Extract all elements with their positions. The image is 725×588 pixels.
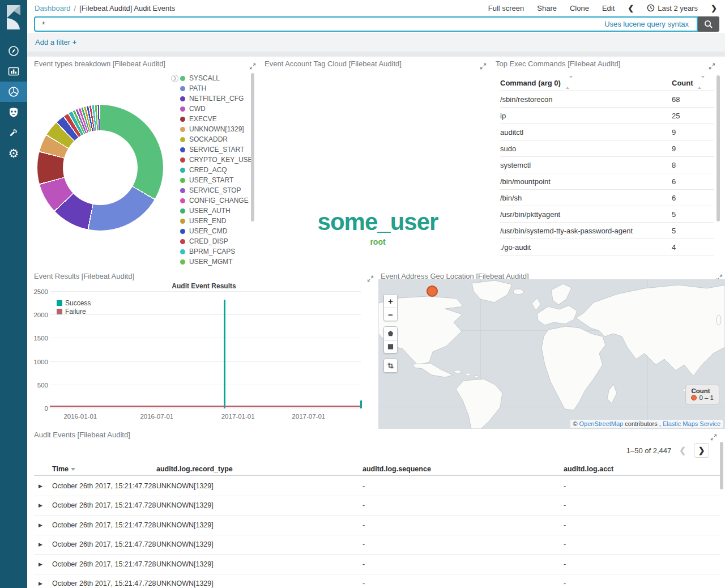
legend-item[interactable]: BPRM_FCAPS xyxy=(180,246,251,257)
legend-item[interactable]: CONFIG_CHANGE xyxy=(180,195,251,206)
table-row[interactable]: ▶October 26th 2017, 15:21:47.728UNKNOWN[… xyxy=(34,555,720,574)
legend-item[interactable]: CRYPTO_SESSION xyxy=(180,267,251,269)
draw-polygon-button[interactable] xyxy=(384,327,397,340)
panel-expand-icon[interactable] xyxy=(249,62,256,72)
commands-scrollbar[interactable] xyxy=(717,75,720,221)
time-forward-button[interactable]: ❯ xyxy=(711,4,717,12)
sidebar-item-discover[interactable] xyxy=(0,41,27,61)
legend-item[interactable]: CRYPTO_KEY_USER xyxy=(180,155,251,165)
zoom-out-button[interactable]: − xyxy=(384,308,397,321)
table-row[interactable]: ▶October 26th 2017, 15:21:47.728UNKNOWN[… xyxy=(34,574,720,588)
table-row[interactable]: /usr/bin/systemd-tty-ask-password-agent5 xyxy=(500,223,714,239)
column-header-acct[interactable]: auditd.log.acct xyxy=(564,465,613,473)
legend-item[interactable]: USER_AUTH xyxy=(180,206,251,216)
table-row[interactable]: ▶October 26th 2017, 15:21:47.728UNKNOWN[… xyxy=(34,515,720,535)
table-row[interactable]: ./go-audit4 xyxy=(500,239,714,255)
legend-item[interactable]: CRED_DISP xyxy=(180,236,251,246)
column-header-record-type[interactable]: auditd.log.record_type xyxy=(156,465,233,473)
legend-item[interactable]: PATH xyxy=(180,83,251,93)
tag-cloud-term[interactable]: root xyxy=(370,237,385,246)
legend-item[interactable]: CRED_ACQ xyxy=(180,165,251,175)
legend-item[interactable]: UNKNOWN[1329] xyxy=(180,124,251,134)
add-filter-button[interactable]: Add a filter + xyxy=(35,38,76,46)
search-button[interactable] xyxy=(698,16,719,32)
legend-item[interactable]: USER_CMD xyxy=(180,226,251,236)
table-row[interactable]: /usr/bin/pkttyagent5 xyxy=(500,206,714,223)
panel-expand-icon[interactable] xyxy=(709,62,715,72)
zoom-in-button[interactable]: + xyxy=(384,295,397,308)
sidebar-item-dev-tools[interactable] xyxy=(0,122,27,143)
legend-item[interactable]: EXECVE xyxy=(180,114,251,124)
expand-row-caret[interactable]: ▶ xyxy=(39,483,42,489)
legend-item[interactable]: SOCKADDR xyxy=(180,134,251,144)
legend-label: SERVICE_START xyxy=(189,146,244,154)
geo-map[interactable]: + − Count 0 – 1 © OpenStre xyxy=(378,279,725,429)
expand-row-caret[interactable]: ▶ xyxy=(39,542,42,547)
legend-dot xyxy=(180,106,185,112)
draw-rectangle-button[interactable] xyxy=(384,340,397,353)
panel-title: Event types breakdown [Filebeat Auditd] xyxy=(34,59,258,68)
panel-title: Top Exec Commands [Filebeat Auditd] xyxy=(496,59,720,68)
expand-row-caret[interactable]: ▶ xyxy=(39,561,42,567)
legend-scrollbar[interactable] xyxy=(251,73,254,221)
sidebar-item-management[interactable]: ⚙ xyxy=(0,143,27,163)
kibana-logo[interactable] xyxy=(0,0,27,33)
full-screen-button[interactable]: Full screen xyxy=(488,4,524,12)
prev-page-button[interactable]: ❮ xyxy=(679,446,686,455)
share-button[interactable]: Share xyxy=(537,4,557,12)
panel-expand-icon[interactable] xyxy=(480,62,487,72)
clone-button[interactable]: Clone xyxy=(570,4,589,12)
table-row[interactable]: ▶October 26th 2017, 15:21:47.728UNKNOWN[… xyxy=(34,496,720,516)
table-row[interactable]: systemctl8 xyxy=(500,157,714,173)
elastic-maps-link[interactable]: Elastic Maps Service xyxy=(663,420,720,427)
table-row[interactable]: /sbin/restorecon68 xyxy=(500,91,714,108)
expand-row-caret[interactable]: ▶ xyxy=(39,522,42,528)
column-header-sequence[interactable]: auditd.log.sequence xyxy=(362,465,431,473)
next-page-button[interactable]: ❯ xyxy=(694,443,709,458)
table-row[interactable]: /bin/mountpoint6 xyxy=(500,173,714,190)
legend-item[interactable]: SERVICE_STOP xyxy=(180,185,251,195)
legend-collapse-icon[interactable]: ❯ xyxy=(171,75,178,82)
panel-expand-icon[interactable] xyxy=(710,433,717,443)
table-row[interactable]: ▶October 26th 2017, 15:21:47.728UNKNOWN[… xyxy=(34,476,720,496)
data-spike[interactable] xyxy=(224,300,225,408)
lucene-syntax-link[interactable]: Uses lucene query syntax xyxy=(604,20,691,28)
expand-row-caret[interactable]: ▶ xyxy=(39,581,42,586)
legend-item[interactable]: USER_START xyxy=(180,175,251,185)
breadcrumb-dashboard[interactable]: Dashboard xyxy=(35,4,71,12)
expand-row-caret[interactable]: ▶ xyxy=(39,502,42,508)
table-row[interactable]: /bin/sh6 xyxy=(500,190,714,206)
legend-item[interactable]: USER_END xyxy=(180,216,251,226)
table-row[interactable]: sudo9 xyxy=(500,140,714,157)
edit-button[interactable]: Edit xyxy=(602,4,615,12)
time-cell: October 26th 2017, 15:21:47.728 xyxy=(52,540,156,548)
tag-cloud-term[interactable]: some_user xyxy=(318,210,438,234)
legend-item[interactable]: NETFILTER_CFG xyxy=(180,93,251,104)
sidebar-item-dashboard[interactable] xyxy=(0,82,27,102)
filter-bar-divider xyxy=(27,52,725,57)
legend-label: CWD xyxy=(189,105,206,113)
column-header-time[interactable]: Time xyxy=(52,465,75,473)
sidebar-item-visualize[interactable] xyxy=(0,61,27,82)
record-type-cell: UNKNOWN[1329] xyxy=(156,482,214,490)
tag-cloud: some_userroot xyxy=(265,76,491,246)
events-scrollbar[interactable] xyxy=(720,442,723,489)
legend-item[interactable]: SYSCALL xyxy=(180,73,251,83)
legend-item[interactable]: CWD xyxy=(180,104,251,114)
table-row[interactable]: auditctl9 xyxy=(500,124,714,140)
time-back-button[interactable]: ❮ xyxy=(628,4,634,12)
table-row[interactable]: ▶October 26th 2017, 15:21:47.728UNKNOWN[… xyxy=(34,535,720,555)
legend-item[interactable]: USER_MGMT xyxy=(180,257,251,267)
donut-chart[interactable] xyxy=(37,105,163,231)
fit-bounds-button[interactable] xyxy=(384,359,397,372)
legend-item[interactable]: SERVICE_START xyxy=(180,144,251,155)
table-row[interactable]: ip25 xyxy=(500,108,714,124)
time-picker[interactable]: Last 2 years xyxy=(647,4,698,12)
column-header-count[interactable]: Count xyxy=(672,78,714,87)
column-header-command[interactable]: Command (arg 0) xyxy=(500,78,672,87)
geo-marker[interactable] xyxy=(427,286,438,297)
sidebar-item-timelion[interactable] xyxy=(0,102,27,122)
chart-legend-item[interactable]: Success xyxy=(57,299,91,307)
query-input[interactable] xyxy=(41,19,604,29)
openstreetmap-link[interactable]: OpenStreetMap xyxy=(579,420,624,427)
